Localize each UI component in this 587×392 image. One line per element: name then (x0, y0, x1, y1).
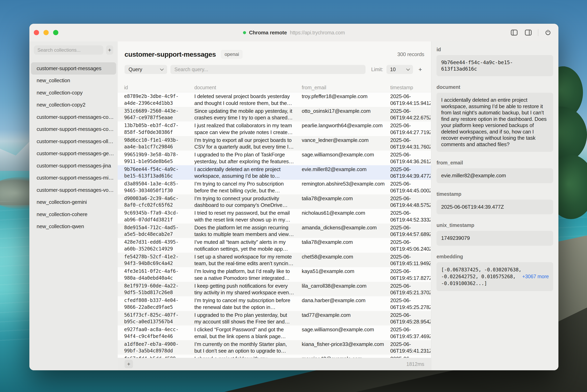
table-row[interactable]: 351c6689-2560-443e-9647-ce9787f5eaaeSinc… (118, 107, 431, 122)
cell-timestamp: 2025-06-06T19:44:22.675Z (390, 107, 430, 122)
detail-from-email-value[interactable]: evie.miller82@example.com (436, 168, 553, 183)
table-row[interactable]: fe54278b-52cf-41e2-94f3-94b8c69c4a42I se… (118, 253, 431, 267)
sidebar-collection-item[interactable]: customer-support-messages (31, 62, 116, 74)
table-row[interactable]: 996519b9-3e58-4b78-9911-b1e95de8b6e5I up… (118, 150, 431, 165)
add-collection-button[interactable]: + (106, 46, 113, 55)
limit-value: 10 (390, 66, 396, 72)
sidebar-collection-item[interactable]: customer-support-messages-co… (31, 123, 116, 136)
table-row[interactable]: a1df8ee7-eb7a-4900-99bf-3a5b4c8978ddI’m … (118, 340, 431, 355)
table-row[interactable]: 9c69345b-f7a9-43cd-ab96-07ddf4d3821fI tr… (118, 209, 431, 224)
sidebar-collection-item[interactable]: customer-support-messages-vo… (31, 184, 116, 196)
embedding-more-link[interactable]: +3067 more (522, 274, 549, 280)
detail-timestamp-value[interactable]: 2025-06-06T19:44:39.477Z (436, 200, 553, 214)
sidebar-collection-item[interactable]: new_collection-gemini (31, 196, 116, 208)
table-row[interactable]: d3a89504-1a3e-4c85-9465-3034050f1f30I’m … (118, 180, 431, 194)
cell-timestamp: 2025-06-06T19:44:39.477Z (390, 165, 430, 180)
power-disconnect-icon[interactable] (543, 28, 552, 37)
table-row[interactable]: fa67efd4-b5dd-4589-I shared a project fo… (118, 354, 431, 358)
column-header-from-email: from_email (302, 85, 390, 90)
cell-id: 13b7b05b-eb3f-4cd7-858f-5df0de30386f (124, 122, 187, 136)
toggle-left-sidebar-icon[interactable] (510, 28, 519, 37)
cell-id: 8e1f9719-60de-4a22-9df5-51bd817c26e8 (124, 282, 187, 296)
sidebar-collection-item[interactable]: new_collection-qwen (31, 220, 116, 233)
zoom-window-button[interactable] (53, 30, 58, 35)
cell-from-email: sage.williamson@example.com (302, 150, 390, 165)
sidebar-collection-item[interactable]: new_collection-cohere (31, 208, 116, 220)
cell-from-email: amanda_dickens@example.com (302, 224, 390, 238)
sidebar-collection-item[interactable]: customer-support-messages-oll… (31, 135, 116, 148)
detail-from-email-label: from_email (436, 160, 553, 166)
cell-from-email: remington.abshire53@example.com (302, 180, 390, 194)
table-row[interactable]: d90003a6-2c39-4a6c-8af0-cfc02fc65f62I’m … (118, 194, 431, 209)
cell-document: I upgraded to the Pro plan of TaskForge … (194, 150, 294, 165)
cell-document: I’m trying to cancel my subscription bef… (194, 296, 294, 311)
cell-id: e927faa0-ac8a-4ecc-94f4-c9c4fbef4e46 (124, 326, 187, 340)
server-url: https://api.trychroma.com (290, 30, 345, 36)
detail-document-value[interactable]: I accidentally deleted an entire project… (436, 93, 553, 152)
cell-from-email: otto_osinski17@example.com (302, 107, 390, 122)
cell-document: I’m currently on the monthly Starter pla… (194, 340, 294, 355)
sidebar-collection-item[interactable]: customer-support-messages-mi… (31, 172, 116, 184)
search-collections-input[interactable] (34, 46, 103, 55)
cell-timestamp: 2025-06-06T19:45:25.278Z (390, 296, 430, 311)
cell-timestamp: 2025-06-06T19:44:45.000Z (390, 180, 430, 194)
table-row[interactable]: 98d6cc10-f1e1-493b-aa4e-ba1cf7c29846I’m … (118, 136, 431, 151)
table-row[interactable]: 8de915a4-712c-4ad5-a5e5-bdc48ecab2e7Does… (118, 224, 431, 238)
table-row[interactable]: e8789e2b-3dbe-4c9f-a4de-2396ce4d1bb3I de… (118, 92, 431, 107)
limit-select[interactable]: 10 (386, 65, 413, 74)
cell-id: e8789e2b-3dbe-4c9f-a4de-2396ce4d1bb3 (124, 92, 187, 107)
detail-unix-timestamp-value[interactable]: 1749239079 (436, 231, 553, 246)
sidebar-collection-item[interactable]: new_collection-copy (31, 87, 116, 99)
cell-from-email: lila_carroll38@example.com (302, 282, 390, 296)
add-record-button[interactable]: + (125, 360, 133, 368)
table-row[interactable]: 428e7d31-edd6-4395-a60b-352062c14929I’ve… (118, 238, 431, 253)
toggle-right-sidebar-icon[interactable] (524, 28, 533, 37)
embedding-model-badge: openai (221, 50, 242, 58)
column-header-id: id (124, 85, 194, 90)
detail-embedding-value[interactable]: [-0.067837425, -0.030207638, -0.02264275… (436, 262, 553, 291)
table-row[interactable]: 561f73cf-825c-407f-b95c-a0ed137567b4I up… (118, 311, 431, 326)
chevron-down-icon (406, 67, 410, 70)
cell-id: fe54278b-52cf-41e2-94f3-94b8c69c4a42 (124, 253, 187, 267)
sidebar-collection-item[interactable]: new_collection-copy2 (31, 99, 116, 111)
table-row[interactable]: 9b76ee44-f54c-4a9c-be15-613f13ad616cI ac… (118, 165, 431, 180)
table-row[interactable]: 4fe3e161-0f2c-4af6-980a-d4a0ebd40a4cI’m … (118, 267, 431, 282)
cell-id: 561f73cf-825c-407f-b95c-a0ed137567b4 (124, 311, 187, 326)
query-mode-select[interactable]: Query (125, 65, 167, 74)
cell-id: d90003a6-2c39-4a6c-8af0-cfc02fc65f62 (124, 194, 187, 209)
cell-document: I’m loving the platform, but I’d really … (194, 267, 294, 282)
sidebar-collection-item[interactable]: new_collection (31, 74, 116, 87)
cell-timestamp: 2025-06- (390, 354, 430, 358)
add-query-clause-button[interactable]: + (416, 66, 424, 73)
table-row[interactable]: cfedf808-b337-4e04-9866-22a8ecd9fae5I’m … (118, 296, 431, 311)
sidebar-collection-item[interactable]: customer-support-messages-ge… (31, 148, 116, 160)
table-row[interactable]: 8e1f9719-60de-4a22-9df5-51bd817c26e8I ke… (118, 282, 431, 296)
cell-from-email: evie.miller82@example.com (302, 165, 390, 180)
cell-id: fa67efd4-b5dd-4589- (124, 354, 187, 358)
cell-timestamp: 2025-06-06T19:44:52.333Z (390, 209, 430, 224)
cell-id: cfedf808-b337-4e04-9866-22a8ecd9fae5 (124, 296, 187, 311)
detail-unix-timestamp-label: unix_timestamp (436, 222, 553, 228)
cell-document: Since updating the mobile app yesterday,… (194, 107, 294, 122)
cell-timestamp: 2025-06-06T19:45:17.827Z (390, 267, 430, 282)
cell-from-email: pearlie.langworth64@example.com (302, 122, 390, 136)
chevron-down-icon (160, 67, 164, 70)
search-query-input[interactable]: Search query... (170, 65, 365, 74)
cell-document: I’m trying to export all our project boa… (194, 136, 294, 151)
connection-status: Chroma remote https://api.trychroma.com (243, 30, 345, 36)
column-header-document: document (194, 85, 302, 90)
cell-document: I set up a shared workspace for my remot… (194, 253, 294, 267)
sidebar-collection-item[interactable]: customer-support-messages-jina (31, 160, 116, 172)
app-window: Chroma remote https://api.trychroma.com … (29, 24, 558, 370)
close-window-button[interactable] (34, 30, 39, 35)
query-mode-value: Query (129, 66, 142, 72)
detail-id-value[interactable]: 9b76ee44-f54c-4a9c-be15-613f13ad616c (436, 55, 553, 76)
sidebar-collection-item[interactable]: customer-support-messages-co… (31, 111, 116, 123)
table-row[interactable]: e927faa0-ac8a-4ecc-94f4-c9c4fbef4e46I cl… (118, 326, 431, 340)
cell-from-email: talia78@example.com (302, 194, 390, 209)
cell-id: d3a89504-1a3e-4c85-9465-3034050f1f30 (124, 180, 187, 194)
minimize-window-button[interactable] (44, 30, 49, 35)
table-row[interactable]: 13b7b05b-eb3f-4cd7-858f-5df0de30386fI ju… (118, 122, 431, 136)
detail-id-label: id (436, 47, 553, 52)
cell-id: 9c69345b-f7a9-43cd-ab96-07ddf4d3821f (124, 209, 187, 224)
